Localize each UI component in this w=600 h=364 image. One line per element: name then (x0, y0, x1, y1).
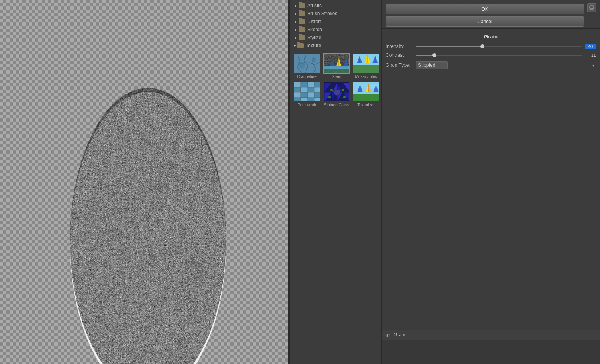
svg-rect-51 (308, 98, 314, 102)
svg-rect-38 (301, 82, 308, 87)
svg-rect-42 (301, 87, 308, 92)
thumbnail-label-grain: Grain (332, 74, 341, 79)
thumbnail-img-texturizer (352, 81, 380, 102)
svg-point-63 (330, 89, 333, 91)
svg-rect-48 (314, 92, 320, 98)
thumbnail-label-craquelure: Craquelure (297, 74, 316, 79)
svg-rect-49 (294, 98, 301, 102)
sidebar-item-label-brush-strokes: Brush Strokes (307, 11, 337, 16)
intensity-row: Intensity 40 (386, 44, 596, 49)
grain-type-label: Grain Type: (386, 62, 414, 68)
thumbnail-img-grain (323, 53, 350, 74)
svg-rect-37 (294, 82, 301, 87)
filter-browser-panel: ▶ Artistic ▶ Brush Strokes ▶ Distort ▶ S… (290, 0, 382, 364)
filter-controls: Grain Intensity 40 Contrast 11 Grain Typ… (382, 30, 600, 183)
thumbnail-patchwork[interactable]: Patchwork (293, 81, 320, 107)
arrow-sketch: ▶ (293, 27, 299, 32)
svg-rect-19 (324, 66, 350, 69)
svg-point-62 (334, 89, 340, 96)
sidebar-item-label-distort: Distort (307, 19, 321, 24)
ok-button[interactable]: OK (386, 4, 584, 14)
sidebar-item-label-texture: Texture (306, 43, 321, 48)
thumbnail-label-texturizer: Texturizer (357, 103, 374, 107)
svg-point-66 (343, 96, 346, 98)
svg-rect-39 (308, 82, 314, 87)
new-effect-button[interactable] (587, 3, 596, 12)
intensity-slider[interactable] (416, 46, 582, 47)
sidebar-item-label-sketch: Sketch (307, 27, 322, 32)
svg-point-64 (342, 89, 344, 91)
intensity-label: Intensity (386, 44, 414, 49)
effects-panel: 👁 Grain (382, 330, 600, 364)
grain-type-row: Grain Type: Regular Soft Sprinkles Clump… (386, 61, 596, 69)
intensity-value: 40 (585, 44, 596, 49)
thumbnail-stained-glass[interactable]: Stained Glass (323, 81, 350, 107)
sidebar-item-label-stylize: Stylize (307, 35, 321, 40)
arrow-stylize: ▶ (293, 35, 299, 40)
thumbnail-img-stained-glass (323, 81, 350, 102)
effects-empty (382, 340, 600, 364)
arrow-artistic: ▶ (293, 3, 299, 8)
svg-rect-47 (308, 92, 314, 98)
contrast-value: 11 (585, 53, 596, 58)
thumbnail-texturizer[interactable]: Texturizer (352, 81, 380, 107)
folder-icon-distort (299, 19, 305, 24)
svg-rect-50 (301, 98, 308, 102)
filter-tree: ▶ Artistic ▶ Brush Strokes ▶ Distort ▶ S… (290, 0, 381, 364)
thumbnail-grain[interactable]: Grain (323, 53, 350, 79)
right-panel: OK Cancel Grain Intensity (382, 0, 600, 364)
svg-rect-46 (301, 92, 308, 98)
svg-rect-40 (314, 82, 320, 87)
svg-rect-45 (294, 92, 301, 98)
grain-type-select[interactable]: Regular Soft Sprinkles Clumped Contrasty… (416, 61, 448, 69)
svg-rect-43 (308, 87, 314, 92)
svg-point-65 (328, 96, 331, 98)
svg-rect-41 (294, 87, 301, 92)
svg-rect-52 (314, 98, 320, 102)
svg-rect-81 (590, 6, 594, 9)
contrast-thumb[interactable] (432, 53, 436, 57)
svg-rect-4 (294, 54, 320, 74)
intensity-track (416, 46, 482, 47)
thumbnail-img-patchwork (293, 81, 320, 102)
sidebar-item-label-artistic: Artistic (307, 3, 322, 8)
grain-type-wrapper: Regular Soft Sprinkles Clumped Contrasty… (416, 61, 596, 69)
canvas-area (0, 0, 288, 364)
intensity-thumb[interactable] (480, 44, 484, 48)
filter-name-header: Grain (386, 34, 596, 40)
contrast-row: Contrast 11 (386, 52, 596, 58)
sidebar-item-distort[interactable]: ▶ Distort (290, 18, 381, 26)
folder-icon-sketch (299, 27, 305, 32)
folder-icon-brush-strokes (299, 11, 305, 16)
effects-header: 👁 Grain (382, 330, 600, 340)
svg-rect-21 (353, 65, 380, 74)
effects-label: Grain (394, 332, 405, 338)
sidebar-item-texture[interactable]: ▼ Texture (290, 42, 381, 50)
svg-point-5 (299, 62, 305, 69)
svg-rect-68 (353, 94, 380, 102)
thumbnail-mosaic-tiles[interactable]: Mosaic Tiles (352, 53, 380, 79)
spacer (382, 183, 600, 330)
contrast-label: Contrast (386, 52, 414, 58)
arrow-texture: ▼ (293, 44, 296, 48)
thumbnail-img-mosaic-tiles (352, 53, 380, 74)
arrow-distort: ▶ (293, 19, 299, 24)
eye-icon[interactable]: 👁 (385, 332, 391, 337)
svg-point-6 (312, 57, 316, 62)
sidebar-item-artistic[interactable]: ▶ Artistic (290, 2, 381, 10)
divider-controls (382, 28, 600, 29)
sidebar-item-stylize[interactable]: ▶ Stylize (290, 34, 381, 42)
sidebar-item-sketch[interactable]: ▶ Sketch (290, 26, 381, 34)
folder-icon-artistic (299, 3, 305, 8)
contrast-track (416, 55, 434, 56)
thumbnail-label-stained-glass: Stained Glass (324, 103, 349, 107)
contrast-slider[interactable] (416, 55, 582, 56)
thumbnail-craquelure[interactable]: Craquelure (293, 53, 320, 79)
cancel-button[interactable]: Cancel (386, 16, 584, 27)
thumbnail-label-mosaic-tiles: Mosaic Tiles (355, 74, 377, 79)
thumbnail-grid: Craquelure (293, 53, 378, 107)
svg-rect-3 (0, 0, 288, 364)
svg-rect-44 (314, 87, 320, 92)
arrow-brush-strokes: ▶ (293, 11, 299, 16)
sidebar-item-brush-strokes[interactable]: ▶ Brush Strokes (290, 10, 381, 18)
